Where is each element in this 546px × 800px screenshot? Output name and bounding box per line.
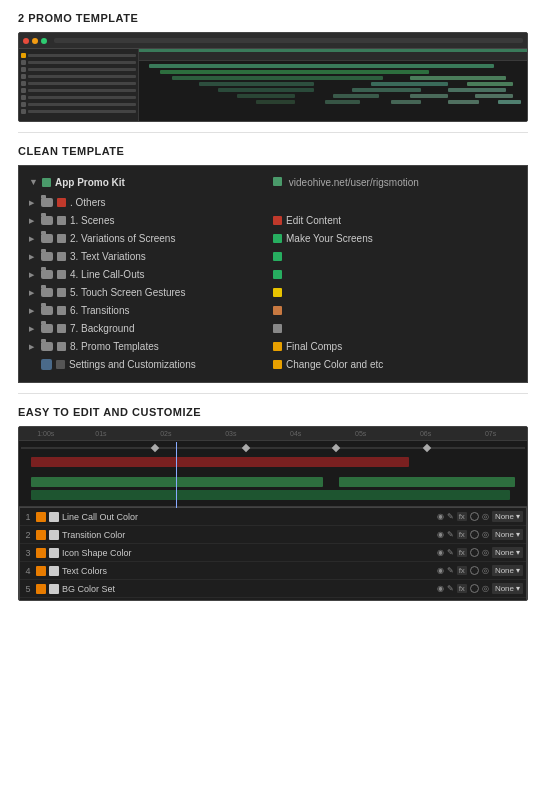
color-dot: [273, 252, 282, 261]
title-bar-fill: [54, 38, 523, 43]
prop-controls-1[interactable]: ◉ ✎ fx ◎ None ▾: [437, 511, 523, 522]
layer-row: [21, 87, 136, 93]
prop-orange-sq-2: [36, 530, 46, 540]
prop-row-1: 1 Line Call Out Color ◉ ✎ fx ◎ None ▾: [20, 508, 526, 526]
edit-timeline: 1:00s 01s 02s 03s 04s 05s 06s 07s: [19, 427, 527, 507]
time-mark-7: 06s: [393, 430, 458, 437]
prop-icon-eye[interactable]: ◎: [482, 530, 489, 539]
prop-icon-eye[interactable]: ◎: [482, 512, 489, 521]
prop-circle[interactable]: [470, 530, 479, 539]
scenes-label: 1. Scenes: [70, 212, 114, 229]
prop-dropdown-label-3: None: [495, 548, 514, 557]
ct-right-callouts: [273, 270, 517, 279]
prop-fx-label[interactable]: fx: [457, 548, 467, 557]
prop-num-5: 5: [23, 584, 33, 594]
prop-circle[interactable]: [470, 548, 479, 557]
arrow-icon: ▶: [29, 233, 37, 245]
prop-dropdown-label-2: None: [495, 530, 514, 539]
prop-dropdown-4[interactable]: None ▾: [492, 565, 523, 576]
promo-screenshot: [18, 32, 528, 122]
prop-icon-eye[interactable]: ◎: [482, 584, 489, 593]
prop-name-2: Transition Color: [62, 530, 434, 540]
prop-icon-pencil[interactable]: ✎: [447, 566, 454, 575]
prop-row-6: 6 BG Color ◉ ✎ fx ◎ None ▾: [20, 598, 526, 601]
arrow-icon: ▶: [29, 287, 37, 299]
prop-controls-3[interactable]: ◉ ✎ fx ◎ None ▾: [437, 547, 523, 558]
prop-num-3: 3: [23, 548, 33, 558]
color-dot: [57, 252, 66, 261]
ct-right-variations: Make Your Screens: [273, 230, 517, 247]
ct-right-scenes: Edit Content: [273, 212, 517, 229]
prop-icon-solo[interactable]: ◉: [437, 530, 444, 539]
layer-row: [21, 108, 136, 114]
variations-right: Make Your Screens: [286, 230, 373, 247]
prop-controls-4[interactable]: ◉ ✎ fx ◎ None ▾: [437, 565, 523, 576]
timeline-header: [139, 49, 527, 61]
easy-title: EASY TO EDIT AND CUSTOMIZE: [18, 406, 528, 418]
prop-icon-solo[interactable]: ◉: [437, 512, 444, 521]
prop-icon-pencil[interactable]: ✎: [447, 548, 454, 557]
prop-circle[interactable]: [470, 512, 479, 521]
prop-fx-label[interactable]: fx: [457, 530, 467, 539]
scenes-right: Edit Content: [286, 212, 341, 229]
color-dot-others: [57, 198, 66, 207]
layer-row: [21, 94, 136, 100]
arrow-icon: ▶: [29, 323, 37, 335]
color-dot: [57, 216, 66, 225]
gear-icon: [41, 359, 52, 370]
color-dot: [273, 360, 282, 369]
time-mark-4: 03s: [198, 430, 263, 437]
prop-fx-label[interactable]: fx: [457, 584, 467, 593]
clean-row-settings: ▶ Settings and Customizations Change Col…: [29, 356, 517, 373]
prop-fx-label[interactable]: fx: [457, 566, 467, 575]
clean-header-right: videohive.net/user/rigsmotion: [273, 174, 517, 191]
ct-right-transitions: [273, 306, 517, 315]
prop-controls-2[interactable]: ◉ ✎ fx ◎ None ▾: [437, 529, 523, 540]
top-bar: [19, 33, 527, 49]
prop-circle[interactable]: [470, 584, 479, 593]
callouts-label: 4. Line Call-Outs: [70, 266, 144, 283]
prop-icon-solo[interactable]: ◉: [437, 584, 444, 593]
prop-icon-pencil[interactable]: ✎: [447, 584, 454, 593]
color-dot: [273, 324, 282, 333]
promo-section: 2 PROMO TEMPLATE: [0, 0, 546, 132]
ct-left: ▶ 3. Text Variations: [29, 248, 273, 265]
track-area: [19, 442, 527, 508]
prop-circle[interactable]: [470, 566, 479, 575]
edit-screenshot: 1:00s 01s 02s 03s 04s 05s 06s 07s: [18, 426, 528, 601]
ct-left: ▶ Settings and Customizations: [29, 356, 273, 373]
folder-icon: [41, 324, 53, 333]
prop-dropdown-5[interactable]: None ▾: [492, 583, 523, 594]
prop-icon-pencil[interactable]: ✎: [447, 512, 454, 521]
variations-label: 2. Variations of Screens: [70, 230, 175, 247]
prop-orange-sq-5: [36, 584, 46, 594]
arrow-icon: ▶: [29, 341, 37, 353]
color-dot: [273, 270, 282, 279]
prop-name-1: Line Call Out Color: [62, 512, 434, 522]
prop-controls-5[interactable]: ◉ ✎ fx ◎ None ▾: [437, 583, 523, 594]
ct-right-promo-templates: Final Comps: [273, 338, 517, 355]
chevron-down-icon: ▾: [516, 530, 520, 539]
track-gap: [19, 469, 527, 475]
color-dot: [57, 270, 66, 279]
prop-icon-eye[interactable]: ◎: [482, 566, 489, 575]
arrow-icon: ▶: [29, 251, 37, 263]
track-3: [21, 476, 525, 488]
prop-dropdown-1[interactable]: None ▾: [492, 511, 523, 522]
diamond-marker: [332, 444, 340, 452]
prop-icon-solo[interactable]: ◉: [437, 548, 444, 557]
clean-row-background: ▶ 7. Background: [29, 320, 517, 337]
prop-fx-label[interactable]: fx: [457, 512, 467, 521]
prop-icon-pencil[interactable]: ✎: [447, 530, 454, 539]
prop-icon-eye[interactable]: ◎: [482, 548, 489, 557]
folder-icon: [41, 288, 53, 297]
transitions-label: 6. Transitions: [70, 302, 129, 319]
dot-green: [41, 38, 47, 44]
prop-dropdown-label-1: None: [495, 512, 514, 521]
folder-icon: [41, 270, 53, 279]
prop-dropdown-2[interactable]: None ▾: [492, 529, 523, 540]
prop-orange-sq-4: [36, 566, 46, 576]
prop-dropdown-3[interactable]: None ▾: [492, 547, 523, 558]
clean-row-text: ▶ 3. Text Variations: [29, 248, 517, 265]
prop-icon-solo[interactable]: ◉: [437, 566, 444, 575]
